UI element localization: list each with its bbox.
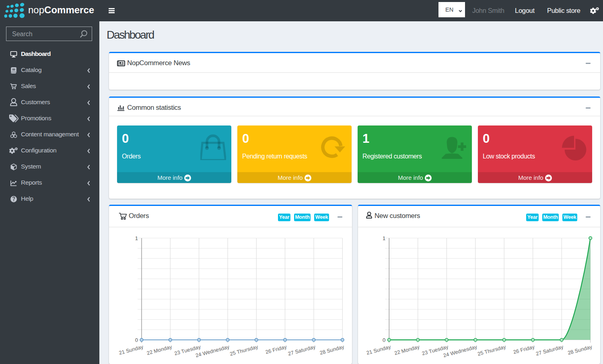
svg-text:1: 1	[383, 235, 385, 241]
svg-text:0: 0	[135, 337, 138, 343]
svg-text:1: 1	[135, 235, 138, 241]
svg-text:25 Thursday: 25 Thursday	[477, 343, 507, 357]
svg-text:22 Monday: 22 Monday	[146, 343, 173, 356]
svg-text:21 Sunday: 21 Sunday	[118, 343, 144, 356]
svg-text:21 Sunday: 21 Sunday	[366, 343, 391, 356]
svg-text:28 Sunday: 28 Sunday	[319, 343, 345, 356]
svg-text:25 Thursday: 25 Thursday	[229, 343, 259, 357]
svg-text:0: 0	[383, 337, 385, 343]
svg-text:28 Sunday: 28 Sunday	[567, 343, 593, 356]
svg-text:27 Saturday: 27 Saturday	[287, 343, 316, 357]
svg-text:26 Friday: 26 Friday	[512, 343, 535, 355]
svg-text:22 Monday: 22 Monday	[394, 343, 420, 356]
svg-text:26 Friday: 26 Friday	[265, 343, 288, 355]
svg-text:27 Saturday: 27 Saturday	[535, 343, 564, 357]
